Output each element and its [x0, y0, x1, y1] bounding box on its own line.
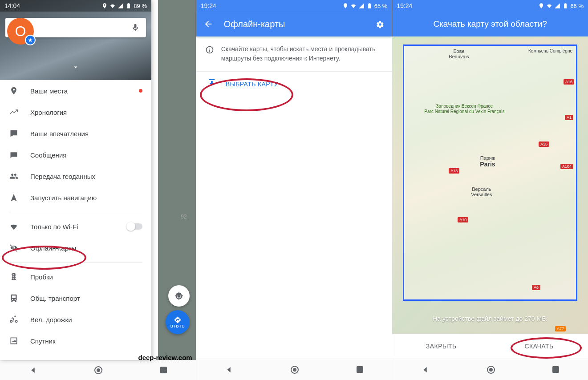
selection-rect[interactable]: БовеBeauvais Компьень Compiègne A16 A1 З…: [403, 44, 577, 301]
menu-your-places[interactable]: Ваши места: [0, 80, 151, 101]
drawer-header: O: [0, 0, 151, 80]
location-icon: [342, 3, 349, 9]
page-title: Офлайн-карты: [224, 19, 365, 29]
dialog-buttons: ЗАКРЫТЬ СКАЧАТЬ: [392, 334, 588, 359]
navigation-icon: [9, 193, 19, 202]
offline-icon: [9, 243, 19, 252]
status-bar: 14:04 89 %: [0, 0, 151, 12]
divider: [9, 262, 142, 263]
clock: 14:04: [4, 2, 20, 9]
directions-button[interactable]: В ПУТЬ: [166, 310, 190, 334]
watermark: deep-review.com: [138, 354, 192, 361]
nav-back-icon[interactable]: [225, 366, 233, 374]
status-bar: 19:24 65 %: [196, 0, 392, 12]
nav-bar: [0, 360, 196, 380]
info-text: Скачайте карты, чтобы искать места и про…: [221, 44, 383, 63]
nav-recent-icon[interactable]: [160, 367, 167, 373]
divider: [9, 212, 142, 212]
gear-icon[interactable]: [375, 19, 385, 29]
menu-messages[interactable]: Сообщения: [0, 144, 151, 166]
location-icon: [538, 3, 544, 9]
locate-button[interactable]: [168, 285, 190, 307]
nav-back-icon[interactable]: [421, 366, 429, 374]
battery-icon: [562, 3, 568, 9]
clock: 19:24: [201, 2, 216, 9]
screenshot-offline-maps: 19:24 65 % Офлайн-карты Скачайте карты, …: [196, 0, 392, 380]
wifi-icon: [546, 3, 552, 9]
avatar[interactable]: O: [7, 18, 34, 44]
pin-icon: [9, 86, 19, 95]
contribute-badge-icon: [25, 35, 36, 45]
nav-bar: [392, 359, 588, 380]
drawer-list: Ваши места Хронология Ваши впечатления С…: [0, 80, 151, 360]
info-icon: [205, 45, 214, 54]
back-icon[interactable]: [203, 19, 213, 29]
menu-traffic[interactable]: Пробки: [0, 266, 151, 287]
nav-recent-icon[interactable]: [552, 366, 559, 373]
status-icons: 89 %: [101, 3, 147, 9]
select-map-button[interactable]: ВЫБРАТЬ КАРТУ: [196, 72, 392, 97]
messages-icon: [9, 150, 19, 159]
status-icons: 65 %: [342, 3, 388, 9]
bike-icon: [9, 315, 19, 324]
menu-start-navigation[interactable]: Запустить навигацию: [0, 187, 151, 208]
wifi-only-toggle[interactable]: [127, 223, 142, 230]
menu-satellite[interactable]: Спутник: [0, 330, 151, 352]
info-row: Скачайте карты, чтобы искать места и про…: [196, 36, 392, 72]
menu-offline-maps[interactable]: Офлайн-карты: [0, 237, 151, 259]
map-area[interactable]: БовеBeauvais Компьень Compiègne A16 A1 З…: [392, 36, 588, 334]
traffic-icon: [9, 272, 19, 281]
signal-icon: [554, 3, 560, 9]
download-icon: [207, 79, 217, 89]
nav-home-icon[interactable]: [94, 366, 102, 374]
menu-timeline[interactable]: Хронология: [0, 101, 151, 123]
nav-home-icon[interactable]: [291, 366, 299, 374]
contributions-icon: [9, 129, 19, 138]
mic-icon[interactable]: [131, 23, 140, 32]
nav-back-icon[interactable]: [29, 366, 37, 374]
screenshot-drawer: 92 14:04 89 % O: [0, 0, 196, 380]
battery-icon: [366, 3, 373, 9]
menu-bike[interactable]: Вел. дорожки: [0, 309, 151, 330]
app-bar: Офлайн-карты: [196, 12, 392, 36]
notification-dot: [139, 89, 142, 93]
menu-transit[interactable]: Общ. транспорт: [0, 287, 151, 309]
clock: 19:24: [397, 2, 412, 9]
transit-icon: [9, 294, 19, 303]
signal-icon: [118, 3, 124, 9]
nav-recent-icon[interactable]: [357, 366, 363, 373]
download-button[interactable]: СКАЧАТЬ: [490, 334, 588, 359]
status-icons: 66 %: [538, 3, 584, 9]
wifi-icon: [350, 3, 357, 9]
close-button[interactable]: ЗАКРЫТЬ: [392, 334, 490, 359]
expand-account-icon[interactable]: [0, 63, 151, 71]
menu-wifi-only[interactable]: Только по Wi-Fi: [0, 216, 151, 237]
satellite-icon: [9, 336, 19, 345]
menu-location-sharing[interactable]: Передача геоданных: [0, 166, 151, 187]
menu-contributions[interactable]: Ваши впечатления: [0, 123, 151, 144]
battery-icon: [126, 3, 132, 9]
location-sharing-icon: [9, 172, 19, 181]
wifi-icon: [9, 222, 19, 231]
signal-icon: [358, 3, 365, 9]
nav-home-icon[interactable]: [487, 366, 495, 374]
nav-bar: [196, 359, 392, 380]
status-bar: 19:24 66 %: [392, 0, 588, 12]
screenshot-download-area: 19:24 66 % Скачать карту этой области? Б…: [392, 0, 588, 380]
location-icon: [101, 3, 108, 9]
download-header: Скачать карту этой области?: [392, 12, 588, 36]
wifi-icon: [109, 3, 116, 9]
timeline-icon: [9, 108, 19, 117]
filesize-text: На устройстве файл займет до 270 МБ.: [392, 315, 588, 322]
